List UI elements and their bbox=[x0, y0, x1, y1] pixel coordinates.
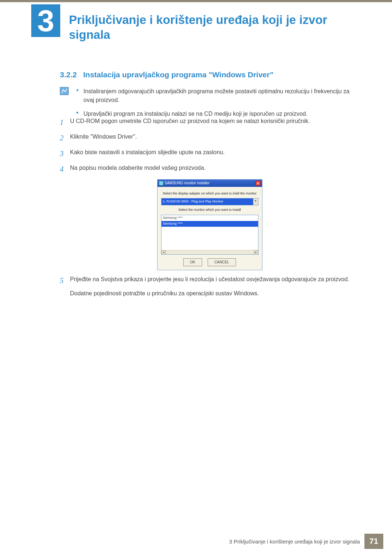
step-number: 3 bbox=[60, 148, 70, 159]
adapter-label: Select the display adapter on which you … bbox=[161, 191, 258, 196]
step-row: 5 Prijeđite na Svojstva prikaza i provje… bbox=[60, 275, 359, 298]
section-title: Instalacija upravljačkog programa "Windo… bbox=[83, 70, 273, 79]
adapter-dropdown[interactable]: 1. RADEON 9550 : Plug and Play Monitor ▾ bbox=[161, 198, 258, 205]
cancel-button[interactable]: CANCEL bbox=[208, 258, 236, 266]
installer-title: SAMSUNG monitor installer bbox=[165, 180, 210, 186]
scroll-left-icon[interactable]: ◂ bbox=[162, 250, 166, 255]
window-icon bbox=[159, 181, 163, 185]
chevron-down-icon[interactable]: ▾ bbox=[253, 198, 258, 205]
chapter-title: Priključivanje i korištenje uređaja koji… bbox=[69, 12, 370, 42]
list-item[interactable]: Samsung **** bbox=[162, 215, 258, 221]
monitor-label: Select the monitor which you want to ins… bbox=[161, 208, 258, 213]
step-text: Kako biste nastavili s instalacijom slij… bbox=[70, 148, 359, 159]
step-row: 1 U CD-ROM pogon umetnite CD isporučen u… bbox=[60, 117, 359, 128]
page-footer: 3 Priključivanje i korištenje uređaja ko… bbox=[229, 534, 383, 549]
chapter-number-badge: 3 bbox=[31, 4, 60, 37]
note-icon bbox=[60, 87, 69, 95]
scroll-right-icon[interactable]: ▸ bbox=[254, 250, 258, 255]
note-item: • Instaliranjem odgovarajućih upravljačk… bbox=[76, 87, 356, 104]
section-number: 3.2.2 bbox=[60, 70, 77, 79]
adapter-selected: 1. RADEON 9550 : Plug and Play Monitor bbox=[162, 198, 253, 205]
footer-text: 3 Priključivanje i korištenje uređaja ko… bbox=[229, 538, 360, 545]
step-row: 2 Kliknite "Windows Driver". bbox=[60, 132, 359, 144]
step-row: 4 Na popisu modela odaberite model vašeg… bbox=[60, 164, 359, 175]
installer-titlebar: SAMSUNG monitor installer × bbox=[158, 180, 262, 187]
list-item[interactable]: Samsung **** bbox=[162, 221, 258, 227]
bullet-icon: • bbox=[76, 87, 83, 104]
step-number: 2 bbox=[60, 132, 70, 144]
step-number: 1 bbox=[60, 117, 70, 128]
installer-buttons: OK CANCEL bbox=[161, 258, 258, 266]
step-5-block: 5 Prijeđite na Svojstva prikaza i provje… bbox=[60, 275, 359, 303]
step-text: Na popisu modela odaberite model vašeg p… bbox=[70, 164, 359, 175]
ok-button[interactable]: OK bbox=[183, 258, 202, 266]
step-text: Prijeđite na Svojstva prikaza i provjeri… bbox=[70, 275, 359, 284]
step-number: 5 bbox=[60, 275, 70, 298]
top-accent-bar bbox=[0, 0, 392, 2]
page-number: 71 bbox=[364, 534, 383, 549]
step-row: 3 Kako biste nastavili s instalacijom sl… bbox=[60, 148, 359, 159]
step-list: 1 U CD-ROM pogon umetnite CD isporučen u… bbox=[60, 117, 359, 274]
installer-window: SAMSUNG monitor installer × Select the d… bbox=[157, 179, 262, 270]
step-extra-text: Dodatne pojedinosti potražite u priručni… bbox=[70, 289, 359, 298]
note-text: Instaliranjem odgovarajućih upravljačkih… bbox=[83, 87, 356, 104]
installer-body: Select the display adapter on which you … bbox=[158, 187, 262, 270]
step-number: 4 bbox=[60, 164, 70, 175]
close-icon[interactable]: × bbox=[256, 181, 261, 186]
section-heading: 3.2.2 Instalacija upravljačkog programa … bbox=[60, 70, 273, 79]
step-text: U CD-ROM pogon umetnite CD isporučen uz … bbox=[70, 117, 359, 128]
step-text: Kliknite "Windows Driver". bbox=[70, 132, 359, 144]
monitor-listbox[interactable]: Samsung **** Samsung **** ◂ ▸ bbox=[161, 215, 258, 255]
horizontal-scrollbar[interactable]: ◂ ▸ bbox=[162, 250, 258, 254]
